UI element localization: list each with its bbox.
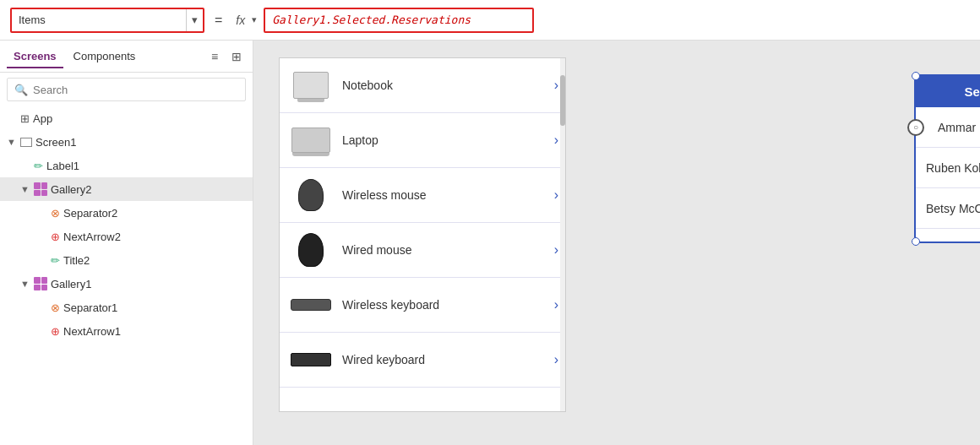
wireless-mouse-image bbox=[290, 178, 332, 212]
notebook-image bbox=[290, 68, 332, 102]
title2-icon: ✏ bbox=[51, 254, 60, 267]
nextarrow1-icon: ⊕ bbox=[51, 325, 60, 338]
list-view-icon[interactable]: ≡ bbox=[205, 47, 224, 66]
wired-mouse-label: Wired mouse bbox=[342, 243, 544, 257]
app-icon: ⊞ bbox=[20, 112, 30, 125]
separator1-icon: ⊗ bbox=[51, 301, 60, 314]
equals-sign: = bbox=[211, 13, 226, 28]
wired-keyboard-arrow: › bbox=[554, 352, 558, 367]
product-row-wired-mouse[interactable]: Wired mouse › bbox=[280, 223, 565, 278]
product-row-wired-keyboard[interactable]: Wired keyboard › bbox=[280, 333, 565, 388]
formula-text: Gallery1.Selected.Reservations bbox=[272, 14, 471, 26]
search-input[interactable] bbox=[33, 84, 238, 96]
main-layout: Screens Components ≡ ⊞ 🔍 ⊞ App ▼ bbox=[0, 41, 980, 445]
product-row-wireless-mouse[interactable]: Wireless mouse › bbox=[280, 168, 565, 223]
tab-components[interactable]: Components bbox=[67, 45, 143, 68]
products-scrollbar[interactable] bbox=[560, 58, 565, 411]
wired-keyboard-label: Wired keyboard bbox=[342, 353, 544, 366]
reservation-row-ammar[interactable]: ○ Ammar Peterson › bbox=[916, 107, 980, 148]
betsy-name: Betsy McCarthy bbox=[926, 202, 980, 215]
fx-box: fx ▾ bbox=[232, 8, 257, 33]
tree-item-nextarrow2[interactable]: ⊕ NextArrow2 bbox=[0, 225, 253, 248]
tree-item-separator2[interactable]: ⊗ Separator2 bbox=[0, 201, 253, 225]
product-row-wireless-keyboard[interactable]: Wireless keyboard › bbox=[280, 278, 565, 333]
wireless-keyboard-label: Wireless keyboard bbox=[342, 298, 544, 312]
wired-mouse-image bbox=[290, 233, 332, 267]
tree-item-gallery1[interactable]: ▼ Gallery1 bbox=[0, 272, 253, 296]
tree-item-title2[interactable]: ✏ Title2 bbox=[0, 248, 253, 272]
gallery1-icon bbox=[34, 277, 47, 290]
tree-item-screen1[interactable]: ▼ Screen1 bbox=[0, 130, 253, 154]
tree: ⊞ App ▼ Screen1 ✏ Label1 ▼ Gallery bbox=[0, 106, 253, 445]
separator2-icon: ⊗ bbox=[51, 207, 60, 220]
left-panel: Screens Components ≡ ⊞ 🔍 ⊞ App ▼ bbox=[0, 41, 253, 445]
products-gallery[interactable]: Notebook › Laptop › Wireless mouse › bbox=[279, 57, 566, 412]
label-icon: ✏ bbox=[34, 160, 43, 172]
handle-bot-left[interactable] bbox=[912, 237, 920, 246]
product-row-laptop[interactable]: Laptop › bbox=[280, 113, 565, 168]
nextarrow2-icon: ⊕ bbox=[51, 231, 60, 243]
tree-item-nextarrow1[interactable]: ⊕ NextArrow1 bbox=[0, 319, 253, 343]
reservations-panel[interactable]: Selected Product Reservations ○ Ammar Pe… bbox=[914, 74, 980, 243]
reservations-header: Selected Product Reservations bbox=[916, 76, 980, 107]
tab-screens[interactable]: Screens bbox=[7, 45, 63, 68]
tree-item-app[interactable]: ⊞ App bbox=[0, 106, 253, 130]
fx-chevron[interactable]: ▾ bbox=[252, 14, 257, 25]
wireless-keyboard-image bbox=[290, 288, 332, 322]
laptop-label: Laptop bbox=[342, 133, 544, 147]
canvas: Notebook › Laptop › Wireless mouse › bbox=[253, 41, 980, 445]
items-property-label: Items bbox=[12, 14, 186, 26]
tree-item-label1[interactable]: ✏ Label1 bbox=[0, 154, 253, 177]
wireless-mouse-label: Wireless mouse bbox=[342, 188, 544, 202]
scrollbar-thumb bbox=[560, 75, 565, 126]
gallery2-icon bbox=[34, 182, 47, 196]
edit-circle-icon: ○ bbox=[907, 119, 924, 136]
wireless-keyboard-arrow: › bbox=[554, 297, 558, 312]
fx-icon: fx bbox=[232, 14, 248, 27]
ruben-name: Ruben Kokshoorn bbox=[926, 161, 980, 175]
handle-top-left[interactable] bbox=[912, 72, 920, 80]
search-box[interactable]: 🔍 bbox=[7, 78, 246, 101]
notebook-arrow: › bbox=[554, 78, 558, 93]
reservation-row-betsy[interactable]: Betsy McCarthy › bbox=[916, 188, 980, 229]
toolbar: Items ▾ = fx ▾ Gallery1.Selected.Reserva… bbox=[0, 0, 980, 41]
screen-icon bbox=[20, 138, 32, 147]
items-dropdown-btn[interactable]: ▾ bbox=[186, 9, 203, 31]
formula-box[interactable]: Gallery1.Selected.Reservations bbox=[264, 8, 534, 33]
wireless-mouse-arrow: › bbox=[554, 187, 558, 203]
grid-view-icon[interactable]: ⊞ bbox=[227, 47, 246, 66]
tree-item-separator1[interactable]: ⊗ Separator1 bbox=[0, 296, 253, 319]
wired-mouse-arrow: › bbox=[554, 242, 558, 258]
notebook-label: Notebook bbox=[342, 79, 544, 92]
search-icon: 🔍 bbox=[14, 84, 28, 96]
tree-item-gallery2[interactable]: ▼ Gallery2 bbox=[0, 177, 253, 201]
laptop-image bbox=[290, 123, 332, 157]
product-row-notebook[interactable]: Notebook › bbox=[280, 58, 565, 113]
laptop-arrow: › bbox=[554, 133, 558, 148]
panel-tabs: Screens Components ≡ ⊞ bbox=[0, 41, 253, 73]
reservation-row-ruben[interactable]: Ruben Kokshoorn › bbox=[916, 148, 980, 188]
items-property-box[interactable]: Items ▾ bbox=[10, 8, 204, 33]
wired-keyboard-image bbox=[290, 343, 332, 377]
ammar-name: Ammar Peterson bbox=[926, 121, 980, 134]
panel-tab-icons: ≡ ⊞ bbox=[205, 47, 246, 66]
